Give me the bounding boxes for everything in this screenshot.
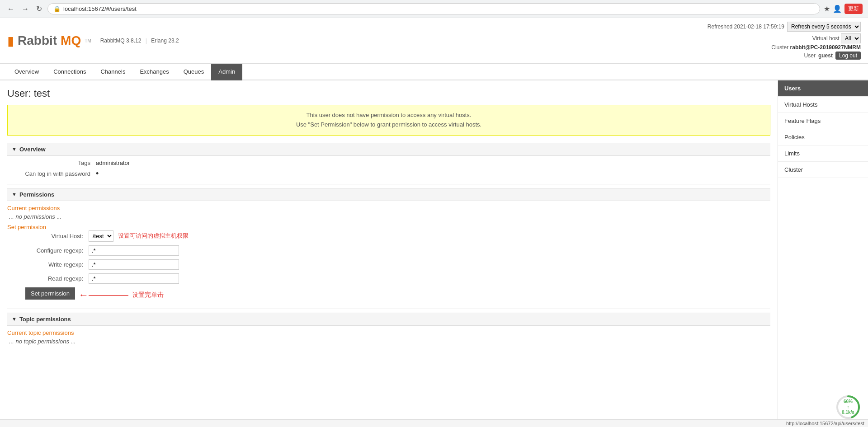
version-info: RabbitMQ 3.8.12 | Erlang 23.2 — [100, 38, 179, 44]
write-regexp-input[interactable] — [89, 259, 179, 270]
sidebar-item-feature-flags[interactable]: Feature Flags — [778, 113, 868, 129]
sidebar-item-limits[interactable]: Limits — [778, 145, 868, 162]
configure-regexp-row: Configure regexp: — [25, 245, 770, 256]
can-login-label: Can log in with password — [14, 170, 96, 177]
virtual-host-select[interactable]: All — [841, 33, 861, 43]
can-login-row: Can log in with password • — [14, 169, 770, 178]
topic-permissions-section-header[interactable]: ▼ Topic permissions — [7, 313, 770, 326]
back-button[interactable]: ← — [5, 4, 16, 14]
logo-mq: MQ — [61, 33, 81, 48]
warning-line1: This user does not have permission to ac… — [13, 111, 764, 120]
bookmark-icon[interactable]: ★ — [824, 5, 830, 13]
progress-text: 66% ↑ 0.1k/s — [842, 399, 854, 415]
vh-annotation: 设置可访问的虚拟主机权限 — [118, 232, 189, 240]
logo-tm: TM — [85, 38, 91, 43]
overview-section-header[interactable]: ▼ Overview — [7, 143, 770, 156]
set-permission-action-row: Set permission ←———— 设置完单击 — [25, 287, 770, 303]
configure-regexp-input[interactable] — [89, 245, 179, 256]
no-permissions-text: ... no permissions ... — [9, 213, 770, 220]
address-bar[interactable]: 🔒 localhost:15672/#/users/test — [47, 3, 820, 14]
configure-label: Configure regexp: — [25, 247, 89, 254]
user-label: User — [804, 52, 816, 59]
refresh-row: Refreshed 2021-02-18 17:59:19 Refresh ev… — [708, 22, 861, 32]
tags-row: Tags administrator — [14, 160, 770, 166]
topic-permissions-header-label: Topic permissions — [19, 316, 71, 323]
current-topic-permissions-link[interactable]: Current topic permissions — [7, 329, 770, 336]
no-topic-permissions-text: ... no topic permissions ... — [9, 338, 770, 345]
logo-rabbit: Rabbit — [18, 33, 57, 48]
warning-banner: This user does not have permission to ac… — [7, 105, 770, 136]
write-regexp-row: Write regexp: — [25, 259, 770, 270]
overview-arrow-icon: ▼ — [12, 146, 17, 152]
set-permission-button[interactable]: Set permission — [25, 287, 75, 300]
user-info-row: User guest Log out — [708, 52, 861, 60]
can-login-value: • — [96, 169, 99, 178]
set-permission-link[interactable]: Set permission — [7, 224, 46, 230]
nav-exchanges[interactable]: Exchanges — [132, 64, 176, 80]
page-title: User: test — [7, 88, 770, 99]
progress-speed: ↑ 0.1k/s — [842, 404, 854, 415]
virtual-host-form-label: Virtual Host: — [25, 233, 89, 239]
permissions-header-label: Permissions — [19, 191, 54, 198]
tags-value: administrator — [96, 160, 130, 166]
main-layout: User: test This user does not have permi… — [0, 80, 868, 427]
rabbitmq-logo-icon: ▮ — [7, 33, 14, 48]
progress-circle: 66% ↑ 0.1k/s — [835, 394, 861, 420]
virtual-host-form-row: Virtual Host: /test 设置可访问的虚拟主机权限 — [25, 230, 770, 242]
cluster-row: Cluster rabbit@PC-20190927NMRM — [708, 44, 861, 51]
reload-button[interactable]: ↻ — [34, 4, 44, 14]
permissions-section-header[interactable]: ▼ Permissions — [7, 188, 770, 201]
refresh-select[interactable]: Refresh every 5 seconds — [787, 22, 861, 32]
cluster-name: rabbit@PC-20190927NMRM — [790, 44, 861, 51]
sidebar-item-users[interactable]: Users — [778, 80, 868, 97]
header-right: Refreshed 2021-02-18 17:59:19 Refresh ev… — [708, 22, 861, 60]
topic-permissions-section: Current topic permissions ... no topic p… — [7, 329, 770, 345]
erlang-version: Erlang 23.2 — [151, 38, 179, 44]
virtual-host-row: Virtual host All — [708, 33, 861, 43]
current-user: guest — [818, 52, 833, 59]
cluster-label: Cluster — [771, 44, 788, 51]
nav-queues[interactable]: Queues — [176, 64, 212, 80]
nav-connections[interactable]: Connections — [46, 64, 93, 80]
browser-bar: ← → ↻ 🔒 localhost:15672/#/users/test ★ 👤… — [0, 0, 868, 18]
refreshed-timestamp: Refreshed 2021-02-18 17:59:19 — [708, 23, 784, 30]
tags-label: Tags — [14, 160, 96, 166]
forward-button[interactable]: → — [20, 4, 31, 14]
content-area: User: test This user does not have permi… — [0, 80, 778, 427]
update-button[interactable]: 更新 — [844, 4, 863, 14]
nav-admin[interactable]: Admin — [211, 64, 242, 80]
virtual-host-label: Virtual host — [812, 35, 840, 42]
warning-line2: Use "Set Permission" below to grant perm… — [13, 120, 764, 130]
read-regexp-row: Read regexp: — [25, 273, 770, 284]
sidebar-item-cluster[interactable]: Cluster — [778, 162, 868, 178]
logo-area: ▮ RabbitMQTM RabbitMQ 3.8.12 | Erlang 23… — [7, 33, 708, 48]
progress-percent: 66% — [842, 399, 854, 404]
logout-button[interactable]: Log out — [835, 52, 861, 60]
nav-bar: Overview Connections Channels Exchanges … — [0, 64, 868, 80]
red-arrow-icon: ←———— — [79, 289, 128, 301]
nav-overview[interactable]: Overview — [7, 64, 46, 80]
sidebar-item-policies[interactable]: Policies — [778, 129, 868, 145]
permissions-arrow-icon: ▼ — [12, 192, 17, 197]
browser-actions: ★ 👤 更新 — [824, 4, 863, 14]
sidebar-item-virtual-hosts[interactable]: Virtual Hosts — [778, 97, 868, 113]
current-permissions-link[interactable]: Current permissions — [7, 205, 770, 211]
status-bar: http://localhost:15672/api/users/test — [0, 419, 868, 427]
read-regexp-input[interactable] — [89, 273, 179, 284]
write-label: Write regexp: — [25, 261, 89, 268]
permission-virtual-host-select[interactable]: /test — [89, 230, 113, 242]
set-permission-annotation: 设置完单击 — [132, 291, 164, 299]
app-header: ▮ RabbitMQTM RabbitMQ 3.8.12 | Erlang 23… — [0, 18, 868, 64]
sidebar: Users Virtual Hosts Feature Flags Polici… — [778, 80, 868, 427]
profile-icon[interactable]: 👤 — [833, 5, 842, 13]
overview-header-label: Overview — [19, 146, 46, 153]
url-text: localhost:15672/#/users/test — [63, 5, 137, 12]
read-label: Read regexp: — [25, 275, 89, 282]
topic-arrow-icon: ▼ — [12, 316, 17, 322]
status-url: http://localhost:15672/api/users/test — [786, 421, 864, 426]
rabbitmq-version: RabbitMQ 3.8.12 — [100, 38, 142, 44]
nav-channels[interactable]: Channels — [93, 64, 132, 80]
permissions-section: Current permissions ... no permissions .… — [7, 205, 770, 303]
divider1 — [7, 184, 770, 184]
lock-icon: 🔒 — [53, 5, 61, 12]
